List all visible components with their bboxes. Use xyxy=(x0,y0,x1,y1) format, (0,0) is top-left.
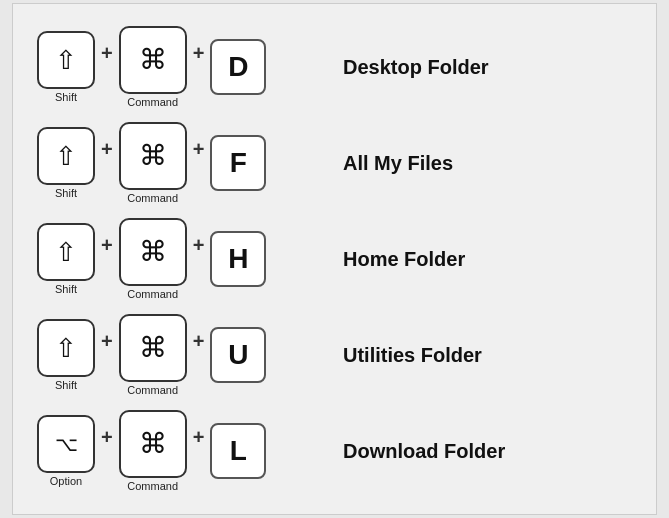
key2-label-download: Command xyxy=(127,480,178,492)
keys-group-utilities: ⇧Shift+⌘Command+U xyxy=(37,314,327,396)
letter-key-allfiles: F xyxy=(210,135,266,191)
key2-wrap-home: ⌘Command xyxy=(119,218,187,300)
key1-label-home: Shift xyxy=(55,283,77,295)
row-allfiles: ⇧Shift+⌘Command+FAll My Files xyxy=(37,118,632,208)
letter-key-home: H xyxy=(210,231,266,287)
key2-download: ⌘ xyxy=(119,410,187,478)
action-label-utilities: Utilities Folder xyxy=(343,344,482,367)
key1-wrap-download: ⌥Option xyxy=(37,415,95,487)
key1-symbol-allfiles: ⇧ xyxy=(55,143,77,169)
letter-wrap-download: L xyxy=(210,423,266,479)
key1-wrap-desktop: ⇧Shift xyxy=(37,31,95,103)
row-download: ⌥Option+⌘Command+LDownload Folder xyxy=(37,406,632,496)
key1-symbol-download: ⌥ xyxy=(55,434,78,454)
action-label-home: Home Folder xyxy=(343,248,465,271)
key2-wrap-utilities: ⌘Command xyxy=(119,314,187,396)
keys-group-allfiles: ⇧Shift+⌘Command+F xyxy=(37,122,327,204)
key1-label-allfiles: Shift xyxy=(55,187,77,199)
key2-wrap-allfiles: ⌘Command xyxy=(119,122,187,204)
shortcut-table: ⇧Shift+⌘Command+DDesktop Folder⇧Shift+⌘C… xyxy=(12,3,657,515)
row-desktop: ⇧Shift+⌘Command+DDesktop Folder xyxy=(37,22,632,112)
key2-symbol-utilities: ⌘ xyxy=(139,334,167,362)
letter-wrap-allfiles: F xyxy=(210,135,266,191)
keys-group-desktop: ⇧Shift+⌘Command+D xyxy=(37,26,327,108)
row-home: ⇧Shift+⌘Command+HHome Folder xyxy=(37,214,632,304)
key2-wrap-download: ⌘Command xyxy=(119,410,187,492)
action-label-download: Download Folder xyxy=(343,440,505,463)
letter-key-desktop: D xyxy=(210,39,266,95)
key1-wrap-home: ⇧Shift xyxy=(37,223,95,295)
key1-symbol-utilities: ⇧ xyxy=(55,335,77,361)
letter-key-download: L xyxy=(210,423,266,479)
key2-home: ⌘ xyxy=(119,218,187,286)
action-label-desktop: Desktop Folder xyxy=(343,56,489,79)
plus2-allfiles: + xyxy=(193,122,205,161)
key2-symbol-download: ⌘ xyxy=(139,430,167,458)
key1-wrap-allfiles: ⇧Shift xyxy=(37,127,95,199)
plus2-desktop: + xyxy=(193,26,205,65)
key2-wrap-desktop: ⌘Command xyxy=(119,26,187,108)
plus2-utilities: + xyxy=(193,314,205,353)
key1-wrap-utilities: ⇧Shift xyxy=(37,319,95,391)
key2-symbol-desktop: ⌘ xyxy=(139,46,167,74)
key2-label-desktop: Command xyxy=(127,96,178,108)
key1-label-download: Option xyxy=(50,475,82,487)
row-utilities: ⇧Shift+⌘Command+UUtilities Folder xyxy=(37,310,632,400)
letter-wrap-desktop: D xyxy=(210,39,266,95)
plus2-home: + xyxy=(193,218,205,257)
key2-symbol-allfiles: ⌘ xyxy=(139,142,167,170)
key2-label-allfiles: Command xyxy=(127,192,178,204)
letter-key-utilities: U xyxy=(210,327,266,383)
key1-download: ⌥ xyxy=(37,415,95,473)
plus1-desktop: + xyxy=(101,26,113,65)
plus1-download: + xyxy=(101,410,113,449)
plus1-utilities: + xyxy=(101,314,113,353)
action-label-allfiles: All My Files xyxy=(343,152,453,175)
key1-home: ⇧ xyxy=(37,223,95,281)
plus1-allfiles: + xyxy=(101,122,113,161)
keys-group-home: ⇧Shift+⌘Command+H xyxy=(37,218,327,300)
key2-label-utilities: Command xyxy=(127,384,178,396)
key1-desktop: ⇧ xyxy=(37,31,95,89)
key1-allfiles: ⇧ xyxy=(37,127,95,185)
plus1-home: + xyxy=(101,218,113,257)
letter-wrap-utilities: U xyxy=(210,327,266,383)
key1-utilities: ⇧ xyxy=(37,319,95,377)
key1-symbol-desktop: ⇧ xyxy=(55,47,77,73)
key1-label-desktop: Shift xyxy=(55,91,77,103)
key2-desktop: ⌘ xyxy=(119,26,187,94)
keys-group-download: ⌥Option+⌘Command+L xyxy=(37,410,327,492)
key1-label-utilities: Shift xyxy=(55,379,77,391)
plus2-download: + xyxy=(193,410,205,449)
key2-label-home: Command xyxy=(127,288,178,300)
key1-symbol-home: ⇧ xyxy=(55,239,77,265)
key2-utilities: ⌘ xyxy=(119,314,187,382)
key2-allfiles: ⌘ xyxy=(119,122,187,190)
key2-symbol-home: ⌘ xyxy=(139,238,167,266)
letter-wrap-home: H xyxy=(210,231,266,287)
